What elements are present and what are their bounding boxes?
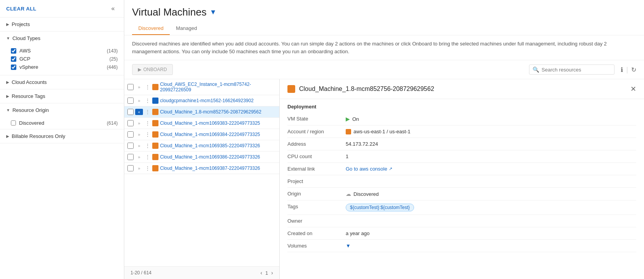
- detail-vm-icon: [287, 85, 295, 93]
- resource-tags-section-header[interactable]: ▶ Resource Tags: [0, 89, 124, 103]
- aws-console-link[interactable]: Go to aws console ↗: [346, 166, 392, 172]
- aws-checkbox[interactable]: [11, 48, 16, 54]
- table-row[interactable]: » ⋮ Cloud_AWS_EC2_Instance_1-mcm875742-2…: [124, 79, 279, 95]
- projects-label: Projects: [12, 21, 30, 27]
- vsphere-count: (446): [107, 65, 118, 70]
- row-menu-icon[interactable]: ⋮: [144, 165, 151, 171]
- tab-discovered[interactable]: Discovered: [132, 22, 170, 35]
- row-vm-icon: [152, 84, 158, 90]
- tab-managed[interactable]: Managed: [170, 22, 203, 35]
- expand-icon[interactable]: »: [135, 143, 143, 148]
- clear-all-button[interactable]: CLEAR ALL: [6, 6, 37, 12]
- row-name[interactable]: Cloud_Machine_1-mcm1069386-222049773326: [160, 154, 276, 160]
- filter-section-resource-origin: ▼ Resource Origin Discovered (614): [0, 103, 124, 129]
- projects-arrow-icon: ▶: [6, 22, 9, 26]
- search-input[interactable]: [541, 67, 611, 73]
- detail-row-cpu: CPU count 1: [287, 150, 636, 163]
- resource-origin-section-header[interactable]: ▼ Resource Origin: [0, 103, 124, 117]
- detail-header: Cloud_Machine_1.8-mcm852756-208729629562…: [280, 79, 644, 99]
- expand-icon[interactable]: »: [135, 155, 143, 159]
- detail-close-button[interactable]: ✕: [630, 85, 636, 93]
- pagination-controls: ‹ 1 ›: [260, 270, 273, 276]
- row-menu-icon[interactable]: ⋮: [144, 131, 151, 138]
- detail-title-row: Cloud_Machine_1.8-mcm852756-208729629562: [287, 85, 434, 93]
- gcp-label: GCP: [19, 56, 30, 62]
- info-icon[interactable]: ℹ: [621, 66, 623, 73]
- onboard-button[interactable]: ▶ ONBOARD: [132, 64, 173, 75]
- row-menu-icon[interactable]: ⋮: [144, 84, 151, 90]
- table-row[interactable]: » ⋮ Cloud_Machine_1-mcm1069386-222049773…: [124, 152, 279, 163]
- search-box: 🔍: [529, 65, 614, 75]
- row-checkbox[interactable]: [127, 154, 134, 160]
- address-value: 54.173.72.224: [346, 141, 636, 147]
- detail-title: Cloud_Machine_1.8-mcm852756-208729629562: [299, 85, 434, 92]
- gcp-checkbox[interactable]: [11, 56, 16, 62]
- row-vm-icon: [152, 120, 158, 126]
- tags-value: ${customTest}:${customTest}: [346, 204, 636, 211]
- refresh-icon[interactable]: ↻: [631, 66, 636, 73]
- row-checkbox[interactable]: [127, 84, 134, 90]
- account-text: aws-us-east-1 / us-east-1: [353, 129, 411, 134]
- resource-origin-label: Resource Origin: [12, 107, 49, 113]
- row-checkbox[interactable]: [127, 120, 134, 126]
- table-footer: 1-20 / 614 ‹ 1 ›: [124, 266, 279, 279]
- row-menu-icon[interactable]: ⋮: [144, 120, 151, 126]
- aws-filter-item: AWS (143): [11, 47, 118, 55]
- cloud-accounts-section-header[interactable]: ▶ Cloud Accounts: [0, 75, 124, 89]
- sidebar-collapse-button[interactable]: «: [108, 4, 118, 13]
- separator: |: [626, 66, 628, 74]
- row-name[interactable]: cloudgcpmachine1-mcm1562-166264923902: [160, 98, 276, 103]
- expand-icon[interactable]: »: [135, 166, 143, 171]
- table-row[interactable]: » ⋮ cloudgcpmachine1-mcm1562-16626492390…: [124, 95, 279, 106]
- expand-icon[interactable]: »: [135, 132, 143, 137]
- projects-section-header[interactable]: ▶ Projects: [0, 17, 124, 31]
- row-name[interactable]: Cloud_Machine_1-mcm1069383-222049773325: [160, 120, 276, 126]
- next-page-button[interactable]: ›: [271, 270, 273, 276]
- back-icon[interactable]: «: [135, 109, 143, 115]
- expand-icon[interactable]: »: [135, 98, 143, 103]
- filter-active-icon[interactable]: ▼: [210, 8, 217, 16]
- vmstate-label: VM State: [287, 116, 346, 122]
- filter-section-projects: ▶ Projects: [0, 17, 124, 31]
- row-menu-icon[interactable]: ⋮: [144, 98, 151, 104]
- onboard-label: ONBOARD: [143, 67, 167, 72]
- row-name[interactable]: Cloud_Machine_1-mcm1069387-222049773326: [160, 166, 276, 171]
- row-checkbox[interactable]: [127, 143, 134, 149]
- row-checkbox[interactable]: [127, 131, 134, 138]
- cloud-types-section-header[interactable]: ▼ Cloud Types: [0, 31, 124, 45]
- page-description: Discovered machines are identified when …: [124, 35, 644, 60]
- billable-section-header[interactable]: ▶ Billable Resources Only: [0, 129, 124, 143]
- discovered-checkbox[interactable]: [11, 120, 16, 126]
- table-row[interactable]: » ⋮ Cloud_Machine_1-mcm1069385-222049773…: [124, 140, 279, 152]
- address-label: Address: [287, 141, 346, 147]
- tabs-bar: Discovered Managed: [132, 22, 636, 35]
- row-menu-icon[interactable]: ⋮: [144, 143, 151, 149]
- row-name[interactable]: Cloud_Machine_1-mcm1069385-222049773326: [160, 143, 276, 148]
- row-menu-icon[interactable]: ⋮: [144, 109, 151, 115]
- table-row[interactable]: « ⋮ Cloud_Machine_1.8-mcm852756-20872962…: [124, 106, 279, 118]
- row-checkbox[interactable]: [127, 109, 134, 115]
- billable-label: Billable Resources Only: [12, 133, 65, 139]
- row-vm-icon: [152, 98, 158, 104]
- billable-arrow-icon: ▶: [6, 134, 9, 138]
- row-checkbox[interactable]: [127, 165, 134, 171]
- expand-icon[interactable]: »: [135, 121, 143, 126]
- table-row[interactable]: » ⋮ Cloud_Machine_1-mcm1069383-222049773…: [124, 118, 279, 129]
- tag-badge: ${customTest}:${customTest}: [346, 204, 414, 211]
- row-checkbox[interactable]: [127, 98, 134, 104]
- row-name[interactable]: Cloud_AWS_EC2_Instance_1-mcm875742-20992…: [160, 82, 276, 92]
- table-row[interactable]: » ⋮ Cloud_Machine_1-mcm1069387-222049773…: [124, 163, 279, 174]
- table-row[interactable]: » ⋮ Cloud_Machine_1-mcm1069384-222049773…: [124, 129, 279, 140]
- expand-icon[interactable]: »: [135, 85, 143, 89]
- row-menu-icon[interactable]: ⋮: [144, 154, 151, 160]
- volumes-expand-icon[interactable]: ▼: [346, 243, 351, 249]
- toolbar: ▶ ONBOARD 🔍 ℹ | ↻: [124, 60, 644, 79]
- origin-text: Discovered: [353, 191, 379, 197]
- row-vm-icon: [152, 165, 158, 171]
- vsphere-checkbox[interactable]: [11, 65, 16, 70]
- toolbar-icons: ℹ | ↻: [621, 66, 636, 74]
- prev-page-button[interactable]: ‹: [260, 270, 262, 276]
- filter-section-billable: ▶ Billable Resources Only: [0, 129, 124, 143]
- row-name[interactable]: Cloud_Machine_1-mcm1069384-222049773325: [160, 132, 276, 137]
- row-name[interactable]: Cloud_Machine_1.8-mcm852756-208729629562: [160, 109, 276, 115]
